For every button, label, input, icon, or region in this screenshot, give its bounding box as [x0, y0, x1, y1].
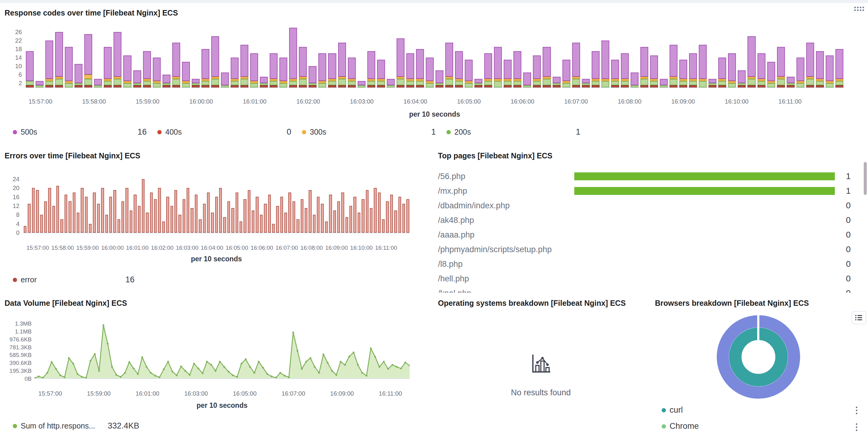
stacked-bar — [689, 53, 697, 87]
table-row[interactable]: /56.php1 — [438, 169, 851, 184]
legend-item-http-response[interactable]: Sum of http.respons... 332.4KB — [13, 421, 140, 431]
table-row[interactable]: /aaaa.php0 — [438, 228, 851, 242]
bar — [85, 197, 88, 233]
legend-item-300s[interactable]: 300s 1 — [302, 127, 436, 137]
bar — [158, 188, 161, 233]
empty-chart-icon — [529, 352, 552, 376]
axis-tick: 2 — [19, 80, 22, 86]
bar — [219, 188, 222, 233]
top-pages-list: /56.php1/mx.php1/dbadmin/index.php0/ak48… — [438, 169, 851, 293]
row-value: 0 — [846, 230, 851, 240]
stacked-bar — [436, 70, 443, 87]
bar — [24, 226, 27, 233]
stacked-bar — [153, 58, 161, 87]
response-codes-chart[interactable] — [25, 28, 844, 88]
axis-tick: 16:04:00 — [404, 98, 427, 105]
bar — [118, 219, 120, 233]
x-axis-line — [34, 378, 410, 379]
bar — [125, 188, 128, 233]
legend-toggle-button[interactable] — [851, 311, 866, 324]
legend-item-error[interactable]: error 16 — [13, 275, 134, 285]
stacked-bar — [358, 81, 366, 87]
bar — [146, 213, 149, 233]
page-url-link[interactable]: /knal.php — [438, 289, 471, 293]
axis-tick: 12 — [13, 203, 20, 209]
stacked-bar — [787, 77, 795, 87]
panel-menu-button[interactable] — [852, 4, 866, 14]
grid-dots-icon — [854, 7, 864, 11]
axis-tick: 16:09:00 — [672, 98, 695, 105]
panel-title: Browsers breakdown [Filebeat Nginx] ECS — [655, 299, 809, 307]
data-volume-chart[interactable] — [34, 322, 410, 379]
table-row[interactable]: /knal.php0 — [438, 286, 851, 293]
bar — [154, 199, 157, 233]
panel-options-button[interactable] — [856, 407, 857, 414]
page-url-link[interactable]: /aaaa.php — [438, 230, 474, 240]
stacked-bar — [123, 55, 131, 87]
browsers-donut-chart[interactable] — [713, 311, 804, 403]
table-row[interactable]: /phpmyadmin/scripts/setup.php0 — [438, 242, 851, 257]
chart-legend: 500s 16 400s 0 300s 1 200s 1 — [13, 127, 580, 137]
scrollbar-thumb[interactable] — [864, 162, 867, 195]
bar — [256, 197, 258, 233]
legend-item-curl[interactable]: curl — [662, 405, 683, 415]
page-url-link[interactable]: /mx.php — [438, 186, 467, 196]
legend-item-chrome-row: Chrome — [662, 421, 699, 431]
bar — [341, 193, 344, 233]
legend-item-200s[interactable]: 200s 1 — [446, 127, 580, 137]
bar — [280, 197, 283, 233]
stacked-bar — [260, 77, 268, 87]
bar — [170, 206, 173, 233]
panel-errors: Errors over time [Filebeat Nginx] ECS 24… — [0, 145, 435, 293]
stacked-bar — [747, 36, 755, 87]
page-url-link[interactable]: /hell.php — [438, 274, 469, 284]
legend-item-500s[interactable]: 500s 16 — [13, 127, 147, 137]
stacked-bar — [553, 77, 561, 87]
legend-dot-icon — [157, 130, 162, 134]
axis-tick: 16:06:00 — [250, 244, 273, 251]
table-row[interactable]: /mx.php1 — [438, 184, 851, 198]
chart-legend: error 16 — [13, 275, 134, 285]
value-bar — [574, 172, 835, 180]
legend-item-400s[interactable]: 400s 0 — [157, 127, 291, 137]
page-url-link[interactable]: /ak48.php — [438, 216, 474, 225]
stacked-bar — [318, 53, 326, 87]
panel-options-button[interactable] — [856, 423, 857, 431]
axis-tick: 16:11:00 — [375, 244, 397, 251]
page-url-link[interactable]: /phpmyadmin/scripts/setup.php — [438, 245, 552, 254]
table-row[interactable]: /hell.php0 — [438, 271, 851, 286]
bar — [121, 201, 124, 233]
bar — [203, 204, 206, 233]
axis-tick: 16:07:00 — [564, 98, 588, 105]
bar — [231, 208, 234, 233]
bar — [358, 213, 360, 233]
axis-tick: 16 — [13, 194, 20, 200]
stacked-bar — [611, 60, 619, 87]
axis-tick: 22 — [15, 37, 22, 43]
bar — [187, 188, 189, 233]
table-row[interactable]: /dbadmin/index.php0 — [438, 198, 851, 213]
axis-tick: 0B — [25, 376, 32, 382]
page-url-link[interactable]: /dbadmin/index.php — [438, 201, 510, 210]
stacked-bar — [465, 60, 473, 87]
bar — [240, 222, 242, 233]
table-row[interactable]: /l8.php0 — [438, 257, 851, 271]
bar — [105, 215, 108, 233]
legend-item-chrome[interactable]: Chrome — [662, 421, 699, 431]
stacked-bar — [416, 49, 424, 87]
page-url-link[interactable]: /56.php — [438, 172, 465, 181]
axis-tick: 16:05:00 — [233, 390, 256, 397]
stacked-bar — [640, 47, 648, 87]
value-bar — [574, 187, 835, 195]
bar — [276, 206, 279, 233]
stacked-bar — [650, 55, 658, 87]
table-row[interactable]: /ak48.php0 — [438, 213, 851, 228]
bar — [317, 197, 319, 233]
errors-chart[interactable] — [23, 175, 410, 233]
axis-tick: 15:58:00 — [82, 98, 106, 105]
legend-value: 16 — [137, 127, 147, 137]
page-url-link[interactable]: /l8.php — [438, 260, 463, 269]
axis-tick: 16:00:00 — [189, 98, 213, 105]
stacked-bar — [387, 79, 395, 87]
legend-label: 500s — [21, 127, 37, 137]
